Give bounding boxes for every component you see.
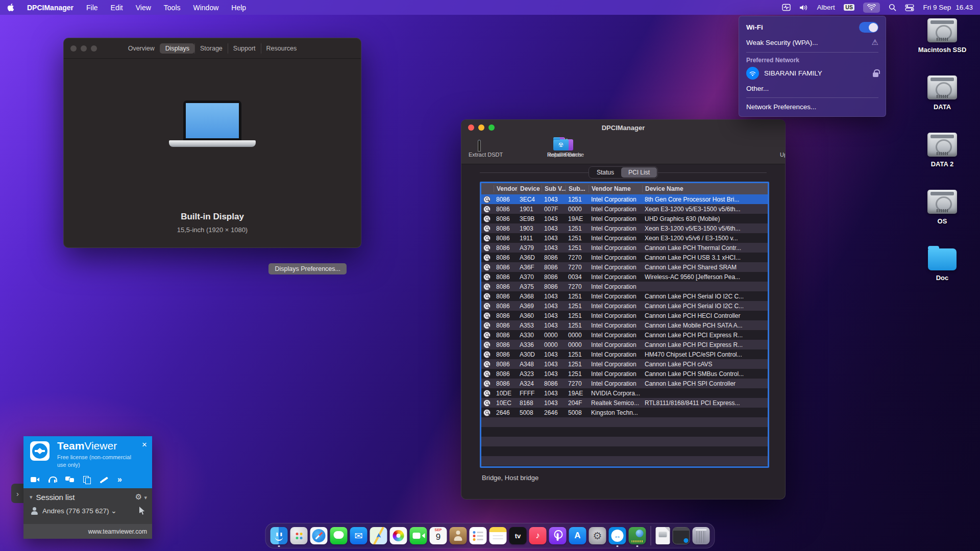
table-row[interactable]: 8086A36F80867270Intel CorporationCannon … [481, 262, 768, 272]
close-button[interactable] [70, 45, 77, 52]
dock-music[interactable]: ♪ [529, 527, 547, 544]
table-row[interactable]: 8086A33000000000Intel CorporationCannon … [481, 330, 768, 340]
dock-calendar[interactable]: SEP9 [430, 527, 447, 544]
session-user-row[interactable]: Andres (776 375 627) ⌄ [23, 502, 152, 515]
table-row[interactable]: 8086A32480867270Intel CorporationCannon … [481, 379, 768, 388]
table-row[interactable]: 8086A36910431251Intel CorporationCannon … [481, 301, 768, 311]
video-call-icon[interactable] [31, 476, 39, 483]
menu-edit[interactable]: Edit [111, 4, 123, 12]
table-row[interactable]: 8086A30D10431251Intel CorporationHM470 C… [481, 349, 768, 359]
table-row[interactable]: 80861901007F0000Intel CorporationXeon E3… [481, 204, 768, 214]
pci-table-body[interactable]: 80863EC410431251Intel Corporation8th Gen… [481, 194, 768, 466]
whiteboard-icon[interactable] [100, 476, 109, 483]
chat-icon[interactable] [65, 476, 74, 483]
status-item-spotlight[interactable] [889, 3, 896, 13]
menu-app-name[interactable]: DPCIManager [27, 4, 74, 12]
column-header-device-name[interactable]: Device Name [642, 185, 768, 192]
session-list-header[interactable]: ▾ Session list ⚙ ▾ [23, 488, 152, 502]
dock-installer[interactable] [656, 527, 670, 544]
desktop-icon-data[interactable]: DATA [912, 76, 972, 124]
copy-icon[interactable] [83, 476, 91, 483]
toolbar-install-kext[interactable]: ☢Install Kext [547, 135, 575, 158]
dock-reminders[interactable] [470, 527, 487, 544]
status-item-activity[interactable] [782, 3, 791, 13]
apple-menu[interactable] [7, 3, 14, 13]
dock-sysprefs[interactable]: ⚙ [589, 527, 606, 544]
table-row[interactable]: 8086A34810431251Intel CorporationCannon … [481, 359, 768, 369]
dock-trash[interactable] [693, 527, 710, 544]
wifi-toggle[interactable] [859, 22, 878, 33]
desktop-icon-doc[interactable]: Doc [912, 247, 972, 296]
wifi-menu-item-network[interactable]: SIBARANI FAMILY [739, 64, 886, 82]
zoom-button[interactable] [91, 45, 97, 52]
displays-preferences-button[interactable]: Displays Preferences... [268, 263, 347, 274]
wifi-menu-item-other[interactable]: Other... [739, 82, 886, 95]
dock-teamviewer[interactable]: ↔ [609, 527, 626, 544]
minimize-button[interactable] [81, 45, 87, 52]
segment-status[interactable]: Status [590, 167, 621, 178]
status-item-username[interactable]: Albert [817, 4, 835, 11]
dock-facetime[interactable] [410, 527, 427, 544]
table-row[interactable]: 80863E9B104319AEIntel CorporationUHD Gra… [481, 214, 768, 223]
table-row[interactable]: 8086A37080860034Intel CorporationWireles… [481, 272, 768, 282]
toolbar-update-ids[interactable]: Update IDs [780, 135, 786, 158]
table-row[interactable]: 8086A37580867270Intel Corporation [481, 282, 768, 291]
dock-mail[interactable]: ✉ [350, 527, 368, 544]
table-row[interactable]: 8086A36D80867270Intel CorporationCannon … [481, 253, 768, 262]
dock-dpcimanager[interactable] [629, 527, 646, 544]
status-item-volume[interactable] [799, 3, 808, 13]
menu-window[interactable]: Window [193, 4, 219, 12]
dock-maps[interactable] [370, 527, 387, 544]
dock-notes[interactable] [489, 527, 507, 544]
audio-call-icon[interactable] [48, 476, 57, 483]
column-header-sub-v[interactable]: Sub V... [542, 185, 566, 192]
dock-appstore[interactable]: A [569, 527, 586, 544]
dock-tv[interactable]: tv [509, 527, 527, 544]
menu-file[interactable]: File [86, 4, 98, 12]
dock-podcasts[interactable] [549, 527, 567, 544]
dock-safari[interactable] [310, 527, 328, 544]
table-row[interactable]: 8086190310431251Intel CorporationXeon E3… [481, 223, 768, 233]
menu-help[interactable]: Help [231, 4, 246, 12]
column-header-vendor-name[interactable]: Vendor Name [589, 185, 642, 192]
teamviewer-collapse-tab[interactable]: › [11, 484, 24, 503]
tab-resources[interactable]: Resources [261, 43, 302, 54]
tab-storage[interactable]: Storage [194, 43, 228, 54]
tab-support[interactable]: Support [228, 43, 261, 54]
status-item-clock[interactable]: Fri 9 Sep 16.43 [923, 4, 973, 11]
dpci-titlebar[interactable]: DPCIManager [461, 120, 785, 135]
segment-pci-list[interactable]: PCI List [621, 167, 657, 178]
table-row[interactable]: 8086A33600000000Intel CorporationCannon … [481, 340, 768, 349]
dock-finder[interactable] [271, 527, 288, 544]
teamviewer-website-link[interactable]: www.teamviewer.com [88, 528, 147, 535]
menu-tools[interactable]: Tools [164, 4, 181, 12]
wifi-menu-item-weak-security[interactable]: Weak Security (WPA)... ⚠ [739, 35, 886, 49]
status-item-wifi[interactable] [863, 3, 880, 13]
zoom-button[interactable] [488, 124, 495, 131]
dock-contacts[interactable] [450, 527, 467, 544]
wifi-menu-item-network-preferences[interactable]: Network Preferences... [739, 101, 886, 113]
dock-launchpad[interactable] [290, 527, 308, 544]
dock-messages[interactable] [330, 527, 348, 544]
status-item-control-center[interactable] [905, 3, 914, 13]
table-row[interactable]: 8086A32310431251Intel CorporationCannon … [481, 369, 768, 379]
table-row[interactable]: 8086A36010431251Intel CorporationCannon … [481, 311, 768, 320]
desktop-icon-os[interactable]: OS [912, 190, 972, 239]
close-button[interactable] [468, 124, 474, 131]
input-source-badge[interactable]: US [844, 4, 855, 11]
table-row[interactable]: 8086191110431251Intel CorporationXeon E3… [481, 233, 768, 243]
more-icon[interactable]: » [117, 476, 122, 483]
dock-preview[interactable] [673, 527, 690, 544]
table-row[interactable]: 10DEFFFF104319AENVIDIA Corpora... [481, 388, 768, 398]
menu-view[interactable]: View [136, 4, 151, 12]
display-window-titlebar[interactable]: OverviewDisplaysStorageSupportResources [64, 38, 361, 59]
wifi-menu-item-wifi[interactable]: Wi-Fi [739, 19, 886, 35]
column-header-vendor[interactable]: Vendor [494, 185, 517, 192]
table-row[interactable]: 8086A35310431251Intel CorporationCannon … [481, 320, 768, 330]
desktop-icon-macintosh-ssd[interactable]: Macintosh SSD [912, 18, 972, 67]
table-row[interactable]: 8086A37910431251Intel CorporationCannon … [481, 243, 768, 253]
gear-icon[interactable]: ⚙ ▾ [135, 492, 147, 502]
dock-photos[interactable] [390, 527, 407, 544]
minimize-button[interactable] [478, 124, 484, 131]
tab-overview[interactable]: Overview [123, 43, 160, 54]
